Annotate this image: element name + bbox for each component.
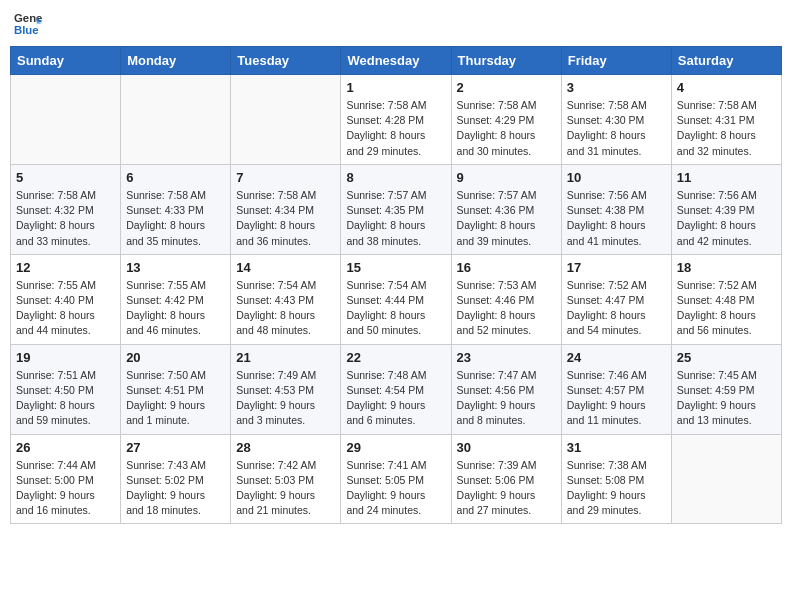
day-number: 27 <box>126 440 225 455</box>
weekday-header-sunday: Sunday <box>11 47 121 75</box>
day-number: 7 <box>236 170 335 185</box>
day-cell: 19Sunrise: 7:51 AM Sunset: 4:50 PM Dayli… <box>11 344 121 434</box>
day-info: Sunrise: 7:42 AM Sunset: 5:03 PM Dayligh… <box>236 458 335 519</box>
day-info: Sunrise: 7:58 AM Sunset: 4:30 PM Dayligh… <box>567 98 666 159</box>
day-cell: 7Sunrise: 7:58 AM Sunset: 4:34 PM Daylig… <box>231 164 341 254</box>
logo: General Blue <box>14 10 42 38</box>
day-cell: 26Sunrise: 7:44 AM Sunset: 5:00 PM Dayli… <box>11 434 121 524</box>
week-row-5: 26Sunrise: 7:44 AM Sunset: 5:00 PM Dayli… <box>11 434 782 524</box>
day-info: Sunrise: 7:50 AM Sunset: 4:51 PM Dayligh… <box>126 368 225 429</box>
day-number: 18 <box>677 260 776 275</box>
day-info: Sunrise: 7:39 AM Sunset: 5:06 PM Dayligh… <box>457 458 556 519</box>
day-number: 23 <box>457 350 556 365</box>
day-cell: 3Sunrise: 7:58 AM Sunset: 4:30 PM Daylig… <box>561 75 671 165</box>
day-cell: 17Sunrise: 7:52 AM Sunset: 4:47 PM Dayli… <box>561 254 671 344</box>
day-info: Sunrise: 7:47 AM Sunset: 4:56 PM Dayligh… <box>457 368 556 429</box>
day-number: 14 <box>236 260 335 275</box>
day-info: Sunrise: 7:43 AM Sunset: 5:02 PM Dayligh… <box>126 458 225 519</box>
day-number: 21 <box>236 350 335 365</box>
svg-text:Blue: Blue <box>14 24 39 36</box>
day-cell <box>231 75 341 165</box>
day-number: 29 <box>346 440 445 455</box>
weekday-header-thursday: Thursday <box>451 47 561 75</box>
week-row-2: 5Sunrise: 7:58 AM Sunset: 4:32 PM Daylig… <box>11 164 782 254</box>
day-cell: 13Sunrise: 7:55 AM Sunset: 4:42 PM Dayli… <box>121 254 231 344</box>
day-number: 19 <box>16 350 115 365</box>
day-info: Sunrise: 7:58 AM Sunset: 4:29 PM Dayligh… <box>457 98 556 159</box>
week-row-3: 12Sunrise: 7:55 AM Sunset: 4:40 PM Dayli… <box>11 254 782 344</box>
day-info: Sunrise: 7:58 AM Sunset: 4:33 PM Dayligh… <box>126 188 225 249</box>
day-cell: 23Sunrise: 7:47 AM Sunset: 4:56 PM Dayli… <box>451 344 561 434</box>
day-number: 24 <box>567 350 666 365</box>
day-cell: 20Sunrise: 7:50 AM Sunset: 4:51 PM Dayli… <box>121 344 231 434</box>
day-info: Sunrise: 7:58 AM Sunset: 4:28 PM Dayligh… <box>346 98 445 159</box>
day-number: 16 <box>457 260 556 275</box>
day-cell: 16Sunrise: 7:53 AM Sunset: 4:46 PM Dayli… <box>451 254 561 344</box>
day-cell: 9Sunrise: 7:57 AM Sunset: 4:36 PM Daylig… <box>451 164 561 254</box>
day-cell: 4Sunrise: 7:58 AM Sunset: 4:31 PM Daylig… <box>671 75 781 165</box>
day-cell: 30Sunrise: 7:39 AM Sunset: 5:06 PM Dayli… <box>451 434 561 524</box>
calendar-table: SundayMondayTuesdayWednesdayThursdayFrid… <box>10 46 782 524</box>
day-info: Sunrise: 7:57 AM Sunset: 4:36 PM Dayligh… <box>457 188 556 249</box>
day-cell: 12Sunrise: 7:55 AM Sunset: 4:40 PM Dayli… <box>11 254 121 344</box>
day-cell: 5Sunrise: 7:58 AM Sunset: 4:32 PM Daylig… <box>11 164 121 254</box>
day-cell: 1Sunrise: 7:58 AM Sunset: 4:28 PM Daylig… <box>341 75 451 165</box>
day-info: Sunrise: 7:51 AM Sunset: 4:50 PM Dayligh… <box>16 368 115 429</box>
day-cell: 25Sunrise: 7:45 AM Sunset: 4:59 PM Dayli… <box>671 344 781 434</box>
day-cell: 6Sunrise: 7:58 AM Sunset: 4:33 PM Daylig… <box>121 164 231 254</box>
day-info: Sunrise: 7:45 AM Sunset: 4:59 PM Dayligh… <box>677 368 776 429</box>
day-number: 3 <box>567 80 666 95</box>
logo-icon: General Blue <box>14 10 42 38</box>
weekday-header-friday: Friday <box>561 47 671 75</box>
day-info: Sunrise: 7:58 AM Sunset: 4:31 PM Dayligh… <box>677 98 776 159</box>
day-info: Sunrise: 7:58 AM Sunset: 4:32 PM Dayligh… <box>16 188 115 249</box>
day-info: Sunrise: 7:52 AM Sunset: 4:47 PM Dayligh… <box>567 278 666 339</box>
day-number: 25 <box>677 350 776 365</box>
day-info: Sunrise: 7:58 AM Sunset: 4:34 PM Dayligh… <box>236 188 335 249</box>
day-cell: 11Sunrise: 7:56 AM Sunset: 4:39 PM Dayli… <box>671 164 781 254</box>
day-cell: 22Sunrise: 7:48 AM Sunset: 4:54 PM Dayli… <box>341 344 451 434</box>
day-number: 12 <box>16 260 115 275</box>
day-cell: 21Sunrise: 7:49 AM Sunset: 4:53 PM Dayli… <box>231 344 341 434</box>
day-info: Sunrise: 7:56 AM Sunset: 4:39 PM Dayligh… <box>677 188 776 249</box>
day-cell: 8Sunrise: 7:57 AM Sunset: 4:35 PM Daylig… <box>341 164 451 254</box>
day-cell <box>121 75 231 165</box>
day-info: Sunrise: 7:55 AM Sunset: 4:42 PM Dayligh… <box>126 278 225 339</box>
weekday-header-saturday: Saturday <box>671 47 781 75</box>
day-number: 30 <box>457 440 556 455</box>
day-number: 31 <box>567 440 666 455</box>
day-info: Sunrise: 7:54 AM Sunset: 4:43 PM Dayligh… <box>236 278 335 339</box>
day-info: Sunrise: 7:46 AM Sunset: 4:57 PM Dayligh… <box>567 368 666 429</box>
day-cell: 24Sunrise: 7:46 AM Sunset: 4:57 PM Dayli… <box>561 344 671 434</box>
day-number: 15 <box>346 260 445 275</box>
day-number: 17 <box>567 260 666 275</box>
day-cell <box>671 434 781 524</box>
day-number: 5 <box>16 170 115 185</box>
day-cell: 18Sunrise: 7:52 AM Sunset: 4:48 PM Dayli… <box>671 254 781 344</box>
day-cell: 10Sunrise: 7:56 AM Sunset: 4:38 PM Dayli… <box>561 164 671 254</box>
day-cell: 28Sunrise: 7:42 AM Sunset: 5:03 PM Dayli… <box>231 434 341 524</box>
weekday-header-row: SundayMondayTuesdayWednesdayThursdayFrid… <box>11 47 782 75</box>
day-cell <box>11 75 121 165</box>
day-number: 28 <box>236 440 335 455</box>
weekday-header-monday: Monday <box>121 47 231 75</box>
day-info: Sunrise: 7:48 AM Sunset: 4:54 PM Dayligh… <box>346 368 445 429</box>
day-info: Sunrise: 7:52 AM Sunset: 4:48 PM Dayligh… <box>677 278 776 339</box>
day-info: Sunrise: 7:55 AM Sunset: 4:40 PM Dayligh… <box>16 278 115 339</box>
day-info: Sunrise: 7:44 AM Sunset: 5:00 PM Dayligh… <box>16 458 115 519</box>
day-number: 6 <box>126 170 225 185</box>
day-number: 4 <box>677 80 776 95</box>
weekday-header-wednesday: Wednesday <box>341 47 451 75</box>
day-cell: 15Sunrise: 7:54 AM Sunset: 4:44 PM Dayli… <box>341 254 451 344</box>
day-info: Sunrise: 7:57 AM Sunset: 4:35 PM Dayligh… <box>346 188 445 249</box>
day-info: Sunrise: 7:53 AM Sunset: 4:46 PM Dayligh… <box>457 278 556 339</box>
day-number: 2 <box>457 80 556 95</box>
day-number: 11 <box>677 170 776 185</box>
day-info: Sunrise: 7:41 AM Sunset: 5:05 PM Dayligh… <box>346 458 445 519</box>
day-cell: 31Sunrise: 7:38 AM Sunset: 5:08 PM Dayli… <box>561 434 671 524</box>
day-info: Sunrise: 7:56 AM Sunset: 4:38 PM Dayligh… <box>567 188 666 249</box>
day-cell: 14Sunrise: 7:54 AM Sunset: 4:43 PM Dayli… <box>231 254 341 344</box>
day-number: 22 <box>346 350 445 365</box>
day-number: 26 <box>16 440 115 455</box>
day-info: Sunrise: 7:54 AM Sunset: 4:44 PM Dayligh… <box>346 278 445 339</box>
